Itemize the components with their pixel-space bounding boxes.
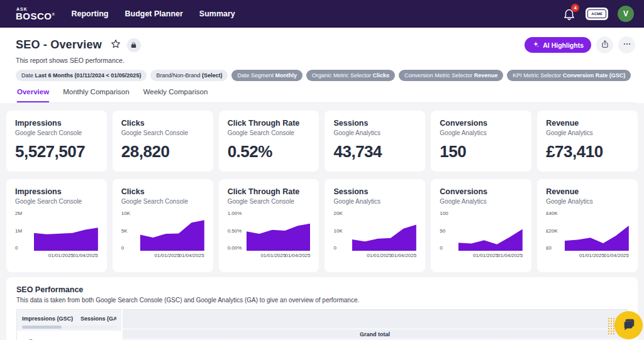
table-right-panel: Grand total Impressions (GSC) Sessions (… (123, 310, 627, 340)
kpi-value: £73,410 (546, 142, 629, 162)
chart-title: Clicks (121, 187, 204, 196)
kpi-source: Google Analytics (546, 129, 629, 136)
drag-dots-handle[interactable] (608, 317, 614, 334)
y-axis-ticks: 20K10K0 (333, 211, 352, 251)
chart-source: Google Analytics (333, 198, 416, 205)
section-title: SEO Performance (16, 285, 628, 294)
filter-bar: Date Last 6 Months (01/11/2024 < 01/05/2… (16, 70, 635, 81)
nav-right-controls: 4 ACME V (562, 6, 634, 22)
metric-chip-impressions[interactable]: Impressions (GSC) (22, 315, 73, 322)
report-tabs: Overview Monthly Comparison Weekly Compa… (16, 88, 635, 103)
table-header-spacer (123, 310, 627, 329)
lock-icon (130, 40, 137, 51)
user-avatar[interactable]: V (618, 6, 634, 22)
notifications-count-badge: 4 (571, 4, 579, 12)
area-chart (565, 211, 629, 251)
section-description: This data is taken from both Google Sear… (16, 297, 628, 304)
registered-mark: ® (52, 13, 55, 16)
ellipsis-icon (623, 40, 631, 51)
area-chart (140, 211, 204, 251)
x-axis-ticks: 01/01/202501/04/2025 (247, 251, 311, 258)
kpi-title: Revenue (546, 119, 629, 128)
filter-conversion-metric[interactable]: Conversion Metric Selector Revenue (399, 70, 503, 81)
chat-bubble-icon (622, 317, 636, 334)
kpi-value: 28,820 (121, 142, 204, 162)
chart-card-conversions: Conversions Google Analytics 100500 01/0… (431, 179, 531, 272)
metric-chip-sessions[interactable]: Sessions (GA) (80, 315, 116, 322)
filter-date-segment[interactable]: Date Segment Monthly (231, 70, 303, 81)
kpi-source: Google Search Console (228, 129, 311, 136)
kpi-cards-row: Impressions Google Search Console 5,527,… (6, 111, 638, 172)
tab-weekly-comparison[interactable]: Weekly Comparison (143, 88, 208, 102)
more-options-button[interactable] (618, 36, 635, 53)
table-left-panel: Impressions (GSC) Sessions (GA) Clicks (… (17, 310, 123, 340)
chart-card-clicks: Clicks Google Search Console 10K5K0 01/0… (113, 179, 213, 272)
x-axis-ticks: 01/01/202501/04/2025 (34, 251, 98, 258)
chart-source: Google Search Console (228, 198, 311, 205)
favorite-star-button[interactable] (109, 39, 122, 52)
share-button[interactable] (596, 36, 613, 53)
notifications-button[interactable]: 4 (562, 7, 576, 21)
kpi-card-conversions: Conversions Google Analytics 150 (431, 111, 531, 172)
x-axis-ticks: 01/01/202501/04/2025 (565, 251, 629, 258)
kpi-card-ctr: Click Through Rate Google Search Console… (219, 111, 319, 172)
chart-card-revenue: Revenue Google Analytics £40K£20K£0 01/0… (537, 179, 638, 272)
chat-widget-button[interactable] (614, 311, 643, 339)
report-lock-button[interactable] (127, 38, 141, 52)
seo-performance-section: SEO Performance This data is taken from … (6, 277, 638, 340)
kpi-card-impressions: Impressions Google Search Console 5,527,… (6, 111, 107, 172)
nav-links: Reporting Budget Planner Summary (71, 9, 235, 18)
metric-list-scrollbar[interactable] (22, 326, 116, 329)
kpi-title: Click Through Rate (228, 119, 311, 128)
y-axis-ticks: 10K5K0 (121, 211, 140, 251)
kpi-title: Sessions (333, 119, 416, 128)
y-axis-ticks: £40K£20K£0 (546, 211, 565, 251)
y-axis-ticks: 1.00%0.50%0.00% (228, 211, 247, 251)
kpi-title: Conversions (440, 119, 523, 128)
chart-card-sessions: Sessions Google Analytics 20K10K0 01/01/… (325, 179, 425, 272)
y-axis-ticks: 2M1M0 (15, 211, 34, 251)
chart-title: Impressions (15, 187, 98, 196)
performance-table: Impressions (GSC) Sessions (GA) Clicks (… (16, 309, 628, 340)
organization-badge[interactable]: ACME (586, 8, 608, 20)
kpi-value: 5,527,507 (15, 142, 98, 162)
scrollbar-thumb[interactable] (22, 326, 62, 329)
chart-source: Google Analytics (440, 198, 523, 205)
metric-selector-header: Impressions (GSC) Sessions (GA) Clicks (… (17, 310, 121, 331)
kpi-card-sessions: Sessions Google Analytics 43,734 (325, 111, 425, 172)
askbosco-logo[interactable]: ASK BOSCO® (16, 7, 55, 21)
kpi-title: Clicks (121, 119, 204, 128)
chart-title: Revenue (546, 187, 629, 196)
nav-item-reporting[interactable]: Reporting (71, 9, 108, 18)
y-axis-ticks: 100500 (440, 211, 458, 251)
area-chart (247, 211, 311, 251)
filter-organic-metric[interactable]: Organic Metric Selector Clicks (306, 70, 395, 81)
chart-title: Sessions (333, 187, 416, 196)
x-axis-ticks: 01/01/202501/04/2025 (458, 251, 523, 258)
filter-date[interactable]: Date Last 6 Months (01/11/2024 < 01/05/2… (16, 70, 147, 81)
nav-item-summary[interactable]: Summary (199, 9, 235, 18)
x-axis-ticks: 01/01/202501/04/2025 (352, 251, 416, 258)
kpi-title: Impressions (15, 119, 98, 128)
chart-title: Click Through Rate (228, 187, 311, 196)
page-title: SEO - Overview (16, 38, 102, 52)
filter-brand-nonbrand[interactable]: Brand/Non-Brand (Select) (150, 70, 228, 81)
trend-charts-row: Impressions Google Search Console 2M1M0 … (6, 179, 638, 272)
nav-item-budget-planner[interactable]: Budget Planner (125, 9, 182, 18)
sparkle-icon (532, 41, 540, 50)
ai-highlights-label: AI Highlights (543, 41, 584, 49)
kpi-source: Google Search Console (121, 129, 204, 136)
chart-source: Google Analytics (546, 198, 629, 205)
filter-kpi-metric[interactable]: KPI Metric Selector Conversion Rate (GSC… (507, 70, 631, 81)
x-axis-ticks: 01/01/202501/04/2025 (140, 251, 204, 258)
kpi-value: 43,734 (333, 142, 416, 162)
chart-card-ctr: Click Through Rate Google Search Console… (219, 179, 319, 272)
kpi-value: 150 (440, 142, 523, 162)
top-navbar: ASK BOSCO® Reporting Budget Planner Summ… (0, 0, 644, 28)
ai-highlights-button[interactable]: AI Highlights (525, 37, 591, 53)
kpi-card-revenue: Revenue Google Analytics £73,410 (537, 111, 638, 172)
grand-total-label: Grand total (123, 329, 627, 339)
area-chart (352, 211, 416, 251)
tab-monthly-comparison[interactable]: Monthly Comparison (63, 88, 129, 102)
tab-overview[interactable]: Overview (17, 88, 49, 102)
